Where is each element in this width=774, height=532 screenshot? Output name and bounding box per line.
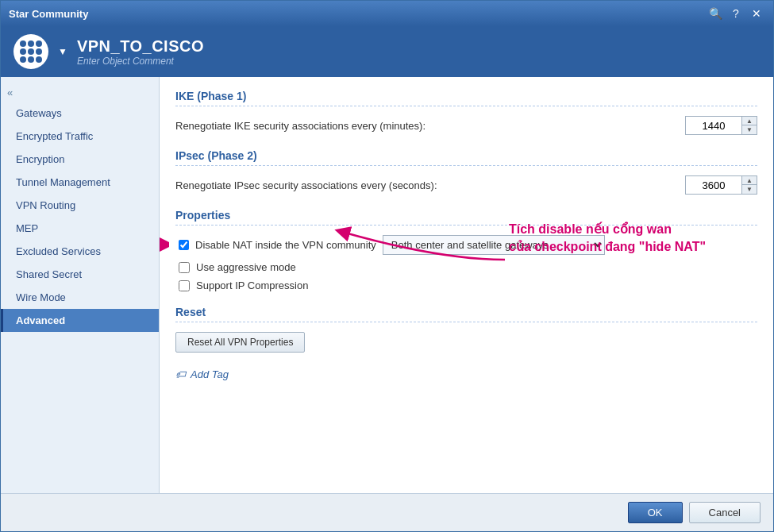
sidebar-collapse-button[interactable]: « bbox=[1, 83, 159, 102]
properties-section: Properties bbox=[175, 209, 757, 291]
main-content: « Gateways Encrypted Traffic Encryption … bbox=[1, 77, 773, 493]
tag-icon: 🏷 bbox=[175, 368, 186, 380]
sidebar-item-encrypted-traffic[interactable]: Encrypted Traffic bbox=[1, 125, 159, 148]
sidebar-item-encryption[interactable]: Encryption bbox=[1, 148, 159, 171]
logo-dot bbox=[36, 40, 42, 47]
aggressive-mode-label: Use aggressive mode bbox=[196, 261, 296, 273]
header-title: VPN_TO_CISCO bbox=[77, 37, 204, 56]
ipsec-renegotiate-row: Renegotiate IPsec security associations … bbox=[175, 175, 757, 195]
ok-button[interactable]: OK bbox=[628, 502, 683, 523]
properties-header: Properties bbox=[175, 209, 757, 226]
logo-dot bbox=[28, 40, 34, 47]
add-tag-label: Add Tag bbox=[191, 368, 229, 380]
header-subtitle: Enter Object Comment bbox=[77, 56, 204, 67]
ip-compression-label: Support IP Compression bbox=[196, 279, 308, 291]
ike-phase1-section: IKE (Phase 1) Renegotiate IKE security a… bbox=[175, 90, 757, 135]
main-window: Star Community 🔍 ? ✕ ▼ VPN_TO_CISCO bbox=[0, 0, 774, 532]
ike-renegotiate-row: Renegotiate IKE security associations ev… bbox=[175, 116, 757, 135]
logo-dot bbox=[36, 56, 42, 63]
add-tag-row[interactable]: 🏷 Add Tag bbox=[175, 365, 757, 384]
header-text: VPN_TO_CISCO Enter Object Comment bbox=[77, 37, 204, 67]
footer: OK Cancel bbox=[1, 493, 773, 531]
aggressive-mode-checkbox[interactable] bbox=[179, 262, 190, 273]
close-title-icon[interactable]: ✕ bbox=[748, 5, 765, 22]
reset-vpn-button[interactable]: Reset All VPN Properties bbox=[175, 332, 305, 353]
ike-renegotiate-spinbox[interactable]: ▲ ▼ bbox=[685, 116, 757, 135]
logo-dot bbox=[20, 48, 26, 55]
content-area: IKE (Phase 1) Renegotiate IKE security a… bbox=[160, 77, 773, 493]
search-title-icon[interactable]: 🔍 bbox=[707, 5, 724, 22]
header-section: ▼ VPN_TO_CISCO Enter Object Comment bbox=[1, 26, 773, 77]
ike-spinbox-up[interactable]: ▲ bbox=[742, 117, 757, 125]
title-bar-left: Star Community bbox=[9, 8, 88, 20]
help-title-icon[interactable]: ? bbox=[727, 5, 745, 22]
logo-dots bbox=[20, 40, 42, 63]
window-title: Star Community bbox=[9, 8, 88, 20]
disable-nat-row: Disable NAT inside the VPN community Bot… bbox=[175, 235, 757, 255]
ipsec-phase2-section: IPsec (Phase 2) Renegotiate IPsec securi… bbox=[175, 149, 757, 195]
ike-renegotiate-input[interactable] bbox=[686, 118, 741, 134]
disable-nat-checkbox[interactable] bbox=[179, 240, 189, 250]
ipsec-renegotiate-label: Renegotiate IPsec security associations … bbox=[175, 179, 679, 191]
sidebar-item-excluded-services[interactable]: Excluded Services bbox=[1, 240, 159, 263]
ipsec-phase2-header: IPsec (Phase 2) bbox=[175, 149, 757, 166]
ike-spinbox-down[interactable]: ▼ bbox=[742, 125, 757, 134]
logo-icon bbox=[13, 34, 48, 69]
ike-phase1-header: IKE (Phase 1) bbox=[175, 90, 757, 106]
ipsec-spinbox-up[interactable]: ▲ bbox=[742, 176, 757, 185]
ipsec-renegotiate-spinbox[interactable]: ▲ ▼ bbox=[685, 175, 757, 195]
logo-dot bbox=[28, 48, 34, 55]
logo-dot bbox=[36, 48, 42, 55]
sidebar: « Gateways Encrypted Traffic Encryption … bbox=[1, 77, 160, 493]
ike-renegotiate-label: Renegotiate IKE security associations ev… bbox=[175, 120, 679, 132]
aggressive-mode-row: Use aggressive mode bbox=[175, 261, 757, 273]
reset-header: Reset bbox=[175, 306, 757, 322]
ipsec-spinbox-down[interactable]: ▼ bbox=[742, 185, 757, 194]
disable-nat-container: Disable NAT inside the VPN community Bot… bbox=[175, 235, 757, 255]
logo-dot bbox=[28, 56, 34, 63]
ike-spinbox-arrows: ▲ ▼ bbox=[741, 117, 757, 134]
sidebar-item-wire-mode[interactable]: Wire Mode bbox=[1, 286, 159, 309]
ip-compression-row: Support IP Compression bbox=[175, 279, 757, 291]
disable-nat-label: Disable NAT inside the VPN community bbox=[195, 239, 376, 251]
header-dropdown-arrow[interactable]: ▼ bbox=[58, 46, 67, 57]
title-bar-icons: 🔍 ? ✕ bbox=[707, 5, 765, 22]
cancel-button[interactable]: Cancel bbox=[689, 502, 761, 523]
ipsec-renegotiate-input[interactable] bbox=[686, 177, 741, 194]
ipsec-spinbox-arrows: ▲ ▼ bbox=[741, 176, 757, 194]
nat-scope-select[interactable]: Both center and satellite gateways Cente… bbox=[383, 235, 605, 255]
reset-section: Reset Reset All VPN Properties bbox=[175, 306, 757, 353]
annotation-arrow-icon bbox=[160, 235, 169, 254]
sidebar-item-advanced[interactable]: Advanced bbox=[1, 309, 159, 332]
sidebar-item-shared-secret[interactable]: Shared Secret bbox=[1, 263, 159, 286]
ip-compression-checkbox[interactable] bbox=[179, 280, 190, 291]
sidebar-item-tunnel-management[interactable]: Tunnel Management bbox=[1, 171, 159, 194]
logo-dot bbox=[20, 40, 26, 47]
title-bar: Star Community 🔍 ? ✕ bbox=[1, 1, 773, 26]
sidebar-item-mep[interactable]: MEP bbox=[1, 217, 159, 240]
sidebar-item-vpn-routing[interactable]: VPN Routing bbox=[1, 194, 159, 217]
sidebar-item-gateways[interactable]: Gateways bbox=[1, 102, 159, 125]
logo-dot bbox=[20, 56, 26, 63]
